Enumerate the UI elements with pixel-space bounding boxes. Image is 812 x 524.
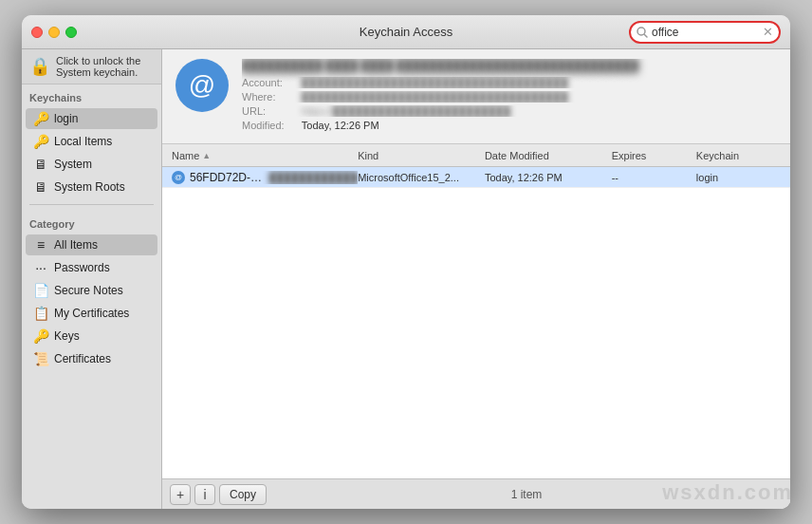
- sidebar-item-system[interactable]: 🖥 System: [26, 154, 157, 175]
- sidebar-item-local-items[interactable]: 🔑 Local Items: [26, 131, 157, 152]
- detail-icon: @: [175, 59, 229, 112]
- sidebar-item-secure-notes[interactable]: 📄 Secure Notes: [26, 280, 157, 301]
- detail-info: ██████████ ████ ████ ███████████████████…: [242, 59, 777, 134]
- detail-row-where: Where: █████████████████████████████████…: [242, 91, 777, 103]
- sidebar-item-passwords[interactable]: ··· Passwords: [26, 257, 157, 278]
- login-icon: 🔑: [33, 111, 48, 126]
- lock-label: Click to unlock the System keychain.: [56, 55, 154, 78]
- where-value: ████████████████████████████████████: [302, 91, 568, 103]
- lock-bar[interactable]: 🔒 Click to unlock the System keychain.: [22, 49, 161, 84]
- row-keychain: login: [696, 172, 781, 183]
- detail-row-modified: Modified: Today, 12:26 PM: [242, 120, 777, 131]
- row-name: @ 56FDD72D-8...4... ████████████: [172, 171, 358, 184]
- sidebar-item-passwords-label: Passwords: [54, 261, 110, 274]
- sidebar-item-keys[interactable]: 🔑 Keys: [26, 326, 157, 346]
- row-kind: MicrosoftOffice15_2...: [358, 172, 485, 183]
- secure-notes-icon: 📄: [33, 283, 48, 298]
- passwords-icon: ···: [33, 260, 48, 275]
- svg-line-1: [644, 34, 647, 37]
- main-body: 🔒 Click to unlock the System keychain. K…: [22, 49, 790, 509]
- where-label: Where:: [242, 91, 299, 103]
- detail-title: ██████████ ████ ████ ███████████████████…: [242, 59, 777, 72]
- all-items-icon: ≡: [33, 237, 48, 253]
- titlebar: Keychain Access office ✕: [22, 15, 790, 49]
- status-count: 1 item: [511, 488, 543, 501]
- keys-icon: 🔑: [33, 328, 48, 344]
- row-name-text: 56FDD72D-8...4...: [190, 171, 265, 184]
- row-name-blurred: ████████████: [269, 172, 359, 183]
- search-container: office ✕: [629, 21, 781, 44]
- add-button[interactable]: +: [170, 484, 191, 505]
- sidebar-divider: [29, 204, 154, 205]
- col-kind-header[interactable]: Kind: [358, 150, 485, 161]
- url-label: URL:: [242, 105, 299, 117]
- search-value: office: [652, 26, 759, 39]
- list-rows: @ 56FDD72D-8...4... ████████████ Microso…: [162, 167, 790, 478]
- add-icon: +: [176, 487, 184, 502]
- local-items-icon: 🔑: [33, 134, 48, 149]
- detail-row-url: URL: https://████████████████████████: [242, 105, 777, 117]
- system-icon: 🖥: [33, 157, 48, 172]
- sidebar-item-system-label: System: [54, 158, 92, 171]
- my-certificates-icon: 📋: [33, 306, 48, 321]
- sidebar-item-certificates[interactable]: 📜 Certificates: [26, 348, 157, 369]
- sidebar-item-certificates-label: Certificates: [54, 352, 111, 365]
- url-value: https://████████████████████████: [302, 105, 510, 117]
- list-area: Name ▲ Kind Date Modified Expires Keycha…: [162, 144, 790, 478]
- lock-icon: 🔒: [29, 56, 50, 77]
- col-expires-header[interactable]: Expires: [612, 150, 696, 161]
- content-area: @ ██████████ ████ ████ █████████████████…: [162, 49, 790, 509]
- traffic-lights: [31, 27, 77, 38]
- sidebar-item-system-roots[interactable]: 🖥 System Roots: [26, 177, 157, 197]
- copy-button[interactable]: Copy: [219, 484, 267, 505]
- row-icon: @: [172, 171, 185, 184]
- sidebar: 🔒 Click to unlock the System keychain. K…: [22, 49, 162, 509]
- sidebar-item-my-certificates[interactable]: 📋 My Certificates: [26, 303, 157, 324]
- sidebar-item-local-items-label: Local Items: [54, 135, 112, 148]
- col-date-header[interactable]: Date Modified: [485, 150, 612, 161]
- info-button[interactable]: i: [194, 484, 215, 505]
- sidebar-item-all-items[interactable]: ≡ All Items: [26, 234, 157, 255]
- modified-value: Today, 12:26 PM: [302, 120, 379, 131]
- search-icon: [637, 27, 648, 38]
- search-clear-button[interactable]: ✕: [763, 25, 773, 39]
- maximize-button[interactable]: [65, 27, 77, 38]
- sidebar-item-login[interactable]: 🔑 login: [26, 108, 157, 129]
- info-icon: i: [203, 487, 206, 502]
- category-header: Category: [22, 211, 161, 234]
- sidebar-item-login-label: login: [54, 112, 78, 125]
- search-box[interactable]: office ✕: [629, 21, 781, 44]
- sidebar-item-my-certificates-label: My Certificates: [54, 307, 129, 320]
- sort-arrow-icon: ▲: [202, 151, 211, 160]
- row-expires: --: [612, 172, 696, 183]
- copy-label: Copy: [230, 488, 256, 501]
- row-date: Today, 12:26 PM: [485, 172, 612, 183]
- col-name-header[interactable]: Name ▲: [172, 150, 358, 161]
- status-bar: + i Copy 1 item: [162, 478, 790, 509]
- keychains-header: Keychains: [22, 84, 161, 107]
- sidebar-item-system-roots-label: System Roots: [54, 180, 125, 194]
- table-row[interactable]: @ 56FDD72D-8...4... ████████████ Microso…: [162, 167, 790, 188]
- minimize-button[interactable]: [48, 27, 60, 38]
- main-window: Keychain Access office ✕ 🔒 Click to unlo…: [22, 15, 790, 509]
- col-keychain-header[interactable]: Keychain: [696, 150, 781, 161]
- sidebar-item-keys-label: Keys: [54, 329, 80, 343]
- account-value: ████████████████████████████████████: [302, 77, 568, 88]
- list-header: Name ▲ Kind Date Modified Expires Keycha…: [162, 144, 790, 167]
- account-label: Account:: [242, 77, 299, 88]
- sidebar-item-secure-notes-label: Secure Notes: [54, 284, 123, 297]
- sidebar-item-all-items-label: All Items: [54, 238, 98, 252]
- detail-row-account: Account: ███████████████████████████████…: [242, 77, 777, 88]
- window-title: Keychain Access: [360, 25, 452, 39]
- system-roots-icon: 🖥: [33, 179, 48, 195]
- modified-label: Modified:: [242, 120, 299, 131]
- close-button[interactable]: [31, 27, 43, 38]
- certificates-icon: 📜: [33, 351, 48, 366]
- detail-pane: @ ██████████ ████ ████ █████████████████…: [162, 49, 790, 144]
